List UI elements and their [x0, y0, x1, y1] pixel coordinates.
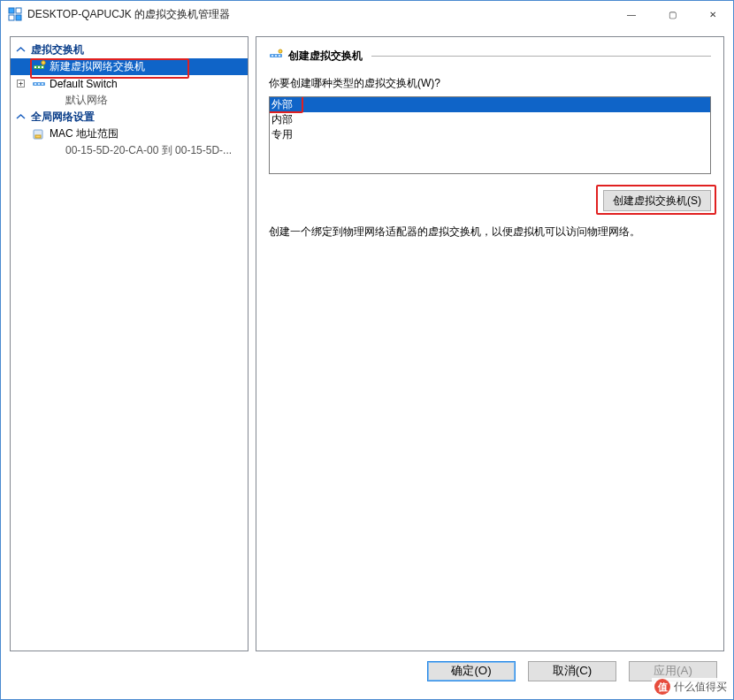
switch-type-option-private[interactable]: 专用	[270, 127, 710, 142]
type-prompt: 你要创建哪种类型的虚拟交换机(W)?	[269, 76, 711, 91]
tree-section-label: 全局网络设置	[31, 110, 95, 125]
tree-section-virtual-switches[interactable]: 虚拟交换机	[11, 41, 248, 58]
svg-rect-0	[9, 8, 14, 13]
detail-header: 创建虚拟交换机	[269, 48, 711, 64]
chevron-up-icon	[16, 45, 26, 55]
tree-section-global-settings[interactable]: 全局网络设置	[11, 108, 248, 126]
close-button[interactable]: ✕	[692, 1, 733, 27]
svg-rect-18	[279, 55, 280, 57]
svg-rect-6	[38, 66, 40, 68]
dialog-buttons: 确定(O) 取消(C) 应用(A)	[10, 651, 724, 690]
switch-icon	[32, 77, 46, 91]
panels: 虚拟交换机 新建虚拟网络交换机	[10, 36, 724, 651]
svg-rect-11	[38, 83, 40, 85]
tree-item-new-virtual-switch[interactable]: 新建虚拟网络交换机	[11, 58, 248, 75]
divider	[371, 56, 711, 57]
watermark: 值 什么值得买	[652, 678, 730, 696]
detail-header-title: 创建虚拟交换机	[288, 49, 363, 64]
tree-item-subtitle: 默认网络	[11, 92, 248, 108]
chevron-up-icon	[16, 112, 26, 122]
svg-rect-3	[16, 15, 21, 20]
tree-item-subtitle: 00-15-5D-20-CA-00 到 00-15-5D-...	[11, 142, 248, 158]
tree: 虚拟交换机 新建虚拟网络交换机	[11, 37, 248, 158]
tree-item-mac-range[interactable]: MAC 地址范围	[11, 126, 248, 142]
svg-rect-2	[9, 15, 14, 20]
nic-icon	[32, 127, 46, 141]
left-tree-panel: 虚拟交换机 新建虚拟网络交换机	[10, 36, 248, 651]
switch-icon	[32, 60, 46, 74]
maximize-button[interactable]: ▢	[652, 1, 692, 27]
svg-rect-1	[16, 8, 21, 13]
svg-point-19	[279, 49, 282, 53]
window-root: DESKTOP-QAPUCJK 的虚拟交换机管理器 — ▢ ✕ 虚拟交换机	[0, 0, 734, 700]
titlebar: DESKTOP-QAPUCJK 的虚拟交换机管理器 — ▢ ✕	[1, 1, 733, 27]
svg-rect-7	[42, 66, 43, 68]
client-area: 虚拟交换机 新建虚拟网络交换机	[1, 27, 733, 699]
svg-rect-10	[34, 83, 36, 85]
cancel-button[interactable]: 取消(C)	[528, 661, 616, 681]
window-controls: — ▢ ✕	[611, 1, 733, 27]
svg-rect-12	[42, 83, 43, 85]
svg-rect-16	[271, 55, 273, 57]
svg-rect-17	[275, 55, 277, 57]
create-button-row: 创建虚拟交换机(S)	[269, 190, 711, 211]
minimize-button[interactable]: —	[611, 1, 652, 27]
tree-item-default-switch[interactable]: + Default Switch	[11, 75, 248, 92]
switch-type-option-internal[interactable]: 内部	[270, 112, 710, 127]
svg-point-8	[42, 60, 45, 64]
switch-icon	[269, 49, 283, 63]
watermark-text: 什么值得买	[674, 680, 727, 695]
switch-type-option-external[interactable]: 外部	[270, 97, 710, 112]
switch-type-list[interactable]: 外部 内部 专用	[269, 96, 711, 174]
tree-section-label: 虚拟交换机	[31, 42, 84, 57]
tree-item-label: 新建虚拟网络交换机	[50, 59, 145, 74]
right-detail-panel: 创建虚拟交换机 你要创建哪种类型的虚拟交换机(W)? 外部 内部 专用 创建虚拟…	[256, 36, 724, 651]
plus-expander-icon[interactable]: +	[17, 80, 25, 88]
type-description: 创建一个绑定到物理网络适配器的虚拟交换机，以便虚拟机可以访问物理网络。	[269, 224, 711, 240]
ok-button[interactable]: 确定(O)	[427, 661, 516, 681]
svg-rect-14	[35, 135, 41, 138]
tree-item-label: MAC 地址范围	[50, 126, 119, 141]
watermark-icon: 值	[654, 679, 670, 695]
app-icon	[8, 7, 22, 21]
svg-rect-5	[34, 66, 36, 68]
window-title: DESKTOP-QAPUCJK 的虚拟交换机管理器	[27, 7, 611, 22]
create-virtual-switch-button[interactable]: 创建虚拟交换机(S)	[603, 190, 711, 211]
tree-item-label: Default Switch	[50, 78, 118, 90]
